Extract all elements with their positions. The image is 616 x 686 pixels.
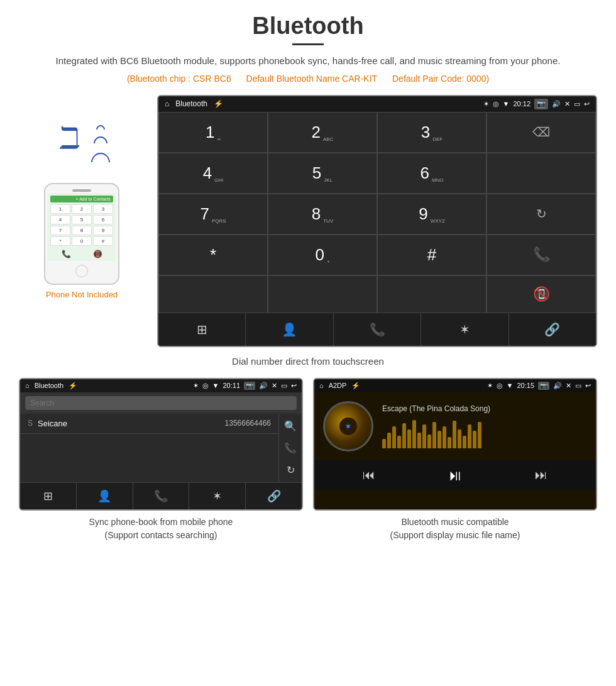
waveform-bar bbox=[402, 423, 406, 448]
dial-key-8[interactable]: 8TUV bbox=[268, 194, 377, 235]
music-window-icon: ▭ bbox=[575, 382, 581, 390]
pb-time: 20:11 bbox=[223, 382, 240, 389]
pb-phone-icon[interactable]: 📞 bbox=[133, 483, 190, 509]
waveform-bar bbox=[382, 439, 386, 448]
music-caption: Bluetooth music compatible(Support displ… bbox=[313, 516, 597, 542]
music-loc-icon: ◎ bbox=[497, 382, 503, 390]
wave2-icon bbox=[91, 133, 110, 153]
wave3-icon bbox=[87, 148, 114, 175]
pb-search-input[interactable] bbox=[25, 396, 297, 410]
bluetooth-icon-wrap: ℶ bbox=[53, 114, 110, 170]
pb-user-icon[interactable]: 👤 bbox=[77, 483, 133, 509]
dial-key-2[interactable]: 2ABC bbox=[268, 112, 377, 153]
dialpad-grid-icon[interactable]: ⊞ bbox=[158, 313, 246, 346]
music-signal-icon: ▼ bbox=[507, 382, 514, 389]
dial-green-call[interactable]: 📞 bbox=[487, 235, 596, 275]
phone-screen-header: + Add to Contacts bbox=[50, 196, 113, 202]
phone-not-included-label: Phone Not Included bbox=[46, 290, 118, 299]
phonebook-android-screen: ⌂ Bluetooth ⚡ ✶ ◎ ▼ 20:11 📷 🔊 ✕ ▭ ↩ bbox=[19, 378, 303, 511]
music-play-pause-icon[interactable]: ⏯ bbox=[448, 467, 463, 484]
phone-bottom-buttons: 📞 📵 bbox=[50, 250, 113, 258]
pb-bottom-bar: ⊞ 👤 📞 ✶ 🔗 bbox=[20, 482, 302, 509]
dial-key-0[interactable]: 0+ bbox=[268, 235, 377, 275]
album-art-inner: ✶ bbox=[339, 418, 357, 435]
pb-bt-bottom-icon[interactable]: ✶ bbox=[189, 483, 246, 509]
music-vol-icon: 🔊 bbox=[553, 382, 562, 390]
dial-key-7[interactable]: 7PQRS bbox=[158, 194, 268, 235]
pb-call-side-icon[interactable]: 📞 bbox=[284, 442, 297, 454]
pb-link-icon[interactable]: 🔗 bbox=[246, 483, 302, 509]
dialpad-bt-icon[interactable]: ✶ bbox=[421, 313, 509, 346]
pk-1: 1 bbox=[50, 204, 70, 214]
dialpad-contacts-icon[interactable]: 👤 bbox=[246, 313, 333, 346]
title-underline bbox=[292, 43, 324, 45]
pb-signal-icon: ▼ bbox=[212, 382, 219, 389]
dial-key-4[interactable]: 4GHI bbox=[158, 153, 268, 194]
music-main-area: ✶ Escape (The Pina Colada Song) bbox=[314, 392, 596, 460]
waveform-bar bbox=[387, 433, 391, 448]
waveform-bar bbox=[432, 422, 436, 448]
dial-key-star[interactable]: * bbox=[158, 235, 268, 275]
phone-home-button bbox=[75, 265, 88, 277]
dial-key-5[interactable]: 5JKL bbox=[268, 153, 377, 194]
dialpad-statusbar: ⌂ Bluetooth ⚡ ✶ ◎ ▼ 20:12 📷 🔊 ✕ ▭ ↩ bbox=[158, 96, 596, 112]
music-back-icon: ↩ bbox=[585, 382, 591, 390]
album-art: ✶ bbox=[323, 401, 373, 451]
pb-search-side-icon[interactable]: 🔍 bbox=[284, 420, 297, 432]
music-next-icon[interactable]: ⏭ bbox=[535, 468, 547, 482]
dial-key-1[interactable]: 1∞ bbox=[158, 112, 268, 153]
pk-star: * bbox=[50, 236, 70, 246]
dial-key-hash[interactable]: # bbox=[377, 235, 487, 275]
dial-key-9[interactable]: 9WXYZ bbox=[377, 194, 487, 235]
pb-window-icon: ▭ bbox=[281, 382, 287, 390]
statusbar-right: ✶ ◎ ▼ 20:12 📷 🔊 ✕ ▭ ↩ bbox=[483, 99, 590, 109]
dialpad-link-icon[interactable]: 🔗 bbox=[509, 313, 596, 346]
music-usb-icon: ⚡ bbox=[351, 382, 360, 390]
pb-grid-icon[interactable]: ⊞ bbox=[20, 483, 77, 509]
waveform-bar bbox=[417, 433, 421, 448]
dial-empty-4 bbox=[377, 275, 487, 313]
waveform-bar bbox=[468, 424, 471, 448]
phone-keypad-small: 1 2 3 4 5 6 7 8 9 * 0 # bbox=[50, 204, 113, 246]
dialpad-phone-icon[interactable]: 📞 bbox=[334, 313, 421, 346]
pb-bt-icon: ✶ bbox=[193, 382, 199, 390]
dialpad-android-screen: ⌂ Bluetooth ⚡ ✶ ◎ ▼ 20:12 📷 🔊 ✕ ▭ ↩ 1∞ bbox=[157, 95, 597, 347]
pb-location-icon: ◎ bbox=[202, 382, 209, 390]
specs-line: (Bluetooth chip : CSR BC6 Default Blueto… bbox=[19, 74, 597, 84]
pk-7: 7 bbox=[50, 226, 70, 235]
waveform-bar bbox=[478, 422, 481, 448]
pb-contacts-list: S Seicane 13566664466 bbox=[20, 414, 278, 482]
dial-red-call[interactable]: 📵 bbox=[487, 275, 596, 313]
statusbar-app-name: Bluetooth bbox=[175, 99, 207, 108]
statusbar-time: 20:12 bbox=[513, 100, 531, 108]
pk-2: 2 bbox=[72, 204, 92, 214]
dial-empty-1 bbox=[487, 153, 596, 194]
music-app-name: A2DP bbox=[329, 382, 347, 389]
music-android-screen: ⌂ A2DP ⚡ ✶ ◎ ▼ 20:15 📷 🔊 ✕ ▭ ↩ bbox=[313, 378, 597, 511]
waveform-bar bbox=[453, 421, 456, 448]
pb-refresh-side-icon[interactable]: ↻ bbox=[287, 464, 295, 476]
pk-5: 5 bbox=[72, 215, 92, 224]
main-section: ℶ + Add to Contacts 1 2 3 4 5 6 7 bbox=[19, 95, 597, 347]
pb-close-icon: ✕ bbox=[272, 382, 277, 390]
music-time: 20:15 bbox=[517, 382, 534, 389]
phone-mockup: + Add to Contacts 1 2 3 4 5 6 7 8 9 * 0 … bbox=[44, 183, 119, 285]
dial-refresh[interactable]: ↻ bbox=[487, 194, 596, 235]
pb-side-icons: 🔍 📞 ↻ bbox=[278, 414, 302, 482]
dial-key-6[interactable]: 6MNO bbox=[377, 153, 487, 194]
phone-screen: + Add to Contacts 1 2 3 4 5 6 7 8 9 * 0 … bbox=[48, 193, 116, 261]
phone-side: ℶ + Add to Contacts 1 2 3 4 5 6 7 bbox=[19, 95, 145, 299]
pb-cam-icon: 📷 bbox=[244, 382, 255, 390]
dial-empty-3 bbox=[268, 275, 377, 313]
waveform-bar bbox=[427, 434, 431, 448]
phone-end-icon: 📵 bbox=[93, 250, 102, 258]
waveform-bar bbox=[463, 436, 466, 448]
music-prev-icon[interactable]: ⏮ bbox=[363, 468, 375, 482]
phonebook-card: ⌂ Bluetooth ⚡ ✶ ◎ ▼ 20:11 📷 🔊 ✕ ▭ ↩ bbox=[19, 378, 303, 542]
pb-contact-name: Seicane bbox=[38, 419, 225, 428]
music-home-icon: ⌂ bbox=[319, 382, 324, 389]
waveform-bar bbox=[458, 429, 461, 448]
waveform-bar bbox=[448, 437, 451, 448]
dial-key-3[interactable]: 3DEF bbox=[377, 112, 487, 153]
dial-backspace[interactable]: ⌫ bbox=[487, 112, 596, 153]
